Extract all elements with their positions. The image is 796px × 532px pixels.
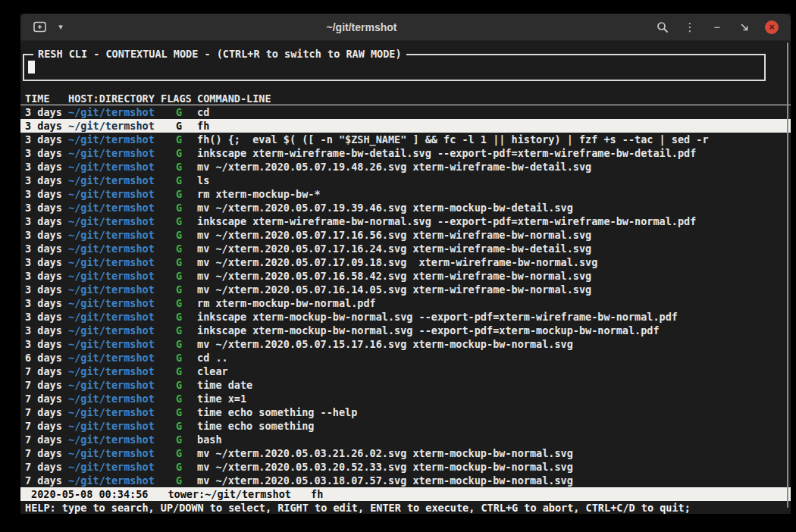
row-flags: G (161, 133, 197, 146)
history-row[interactable]: 3 days~/git/termshotGfh() {; eval $( ([ … (20, 133, 791, 146)
chevron-down-icon: ▾ (58, 22, 63, 32)
history-row[interactable]: 3 days~/git/termshotGcd (20, 105, 791, 119)
row-command: cd (197, 105, 791, 119)
row-time: 3 days (25, 228, 68, 242)
row-flags: G (161, 296, 197, 310)
row-flags: G (161, 378, 197, 392)
history-row[interactable]: 3 days~/git/termshotGmv ~/xterm.2020.05.… (20, 160, 791, 174)
row-host-directory: ~/git/termshot (68, 378, 161, 392)
status-host-path: tower:~/git/termshot (168, 487, 291, 501)
history-row[interactable]: 7 days~/git/termshotGtime echo something… (20, 405, 791, 419)
history-row[interactable]: 7 days~/git/termshotGtime x=1 (20, 392, 791, 405)
row-host-directory: ~/git/termshot (68, 133, 161, 146)
row-host-directory: ~/git/termshot (68, 474, 161, 487)
history-row[interactable]: 3 days~/git/termshotGmv ~/xterm.2020.05.… (20, 283, 791, 296)
history-row[interactable]: 3 days~/git/termshotGmv ~/xterm.2020.05.… (20, 228, 791, 242)
row-time: 3 days (25, 133, 68, 146)
history-row[interactable]: 3 days~/git/termshotGinkscape xterm-wire… (20, 214, 791, 228)
row-flags: G (161, 337, 197, 351)
row-flags: G (161, 433, 197, 446)
row-time: 7 days (25, 365, 68, 378)
status-date: 2020-05-08 00:34:56 (31, 487, 148, 501)
history-row[interactable]: 3 days~/git/termshotGinkscape xterm-mock… (20, 310, 791, 324)
history-row[interactable]: 3 days~/git/termshotGrm xterm-mockup-bw-… (20, 187, 791, 201)
window-title: ~/git/termshot (71, 21, 653, 33)
row-command: inkscape xterm-wireframe-bw-normal.svg -… (197, 214, 791, 228)
row-time: 3 days (25, 160, 68, 174)
row-host-directory: ~/git/termshot (68, 460, 161, 474)
row-time: 3 days (25, 214, 68, 228)
row-command: mv ~/xterm.2020.05.07.16.14.05.svg xterm… (197, 283, 791, 296)
row-command: ls (197, 174, 791, 187)
history-row[interactable]: 3 days~/git/termshotGfh (20, 119, 791, 133)
history-row[interactable]: 7 days~/git/termshotGmv ~/xterm.2020.05.… (20, 460, 791, 474)
row-flags: G (161, 405, 197, 419)
row-host-directory: ~/git/termshot (68, 160, 161, 174)
status-bar: 2020-05-08 00:34:56 tower:~/git/termshot… (20, 487, 791, 501)
tab-menu-button[interactable]: ▾ (51, 17, 71, 37)
header-flags: FLAGS (161, 92, 197, 105)
minimize-icon: − (714, 21, 721, 33)
kebab-menu-icon: ⋮ (685, 21, 696, 33)
history-row[interactable]: 3 days~/git/termshotGmv ~/xterm.2020.05.… (20, 201, 791, 214)
row-time: 7 days (25, 446, 68, 460)
row-time: 3 days (25, 105, 68, 119)
history-row[interactable]: 3 days~/git/termshotGinkscape xterm-wire… (20, 146, 791, 160)
row-host-directory: ~/git/termshot (68, 174, 161, 187)
row-command: mv ~/xterm.2020.05.03.21.26.02.svg xterm… (197, 446, 791, 460)
row-host-directory: ~/git/termshot (68, 187, 161, 201)
row-flags: G (161, 174, 197, 187)
history-row[interactable]: 7 days~/git/termshotGclear (20, 365, 791, 378)
row-flags: G (161, 365, 197, 378)
row-command: time date (197, 378, 791, 392)
scrollbar[interactable] (787, 42, 788, 508)
row-host-directory: ~/git/termshot (68, 228, 161, 242)
row-command: cd .. (197, 351, 791, 365)
row-host-directory: ~/git/termshot (68, 146, 161, 160)
row-flags: G (161, 474, 197, 487)
row-time: 3 days (25, 146, 68, 160)
history-row[interactable]: 3 days~/git/termshotGmv ~/xterm.2020.05.… (20, 242, 791, 255)
row-command: inkscape xterm-mockup-bw-normal.svg --ex… (197, 324, 791, 337)
history-row[interactable]: 3 days~/git/termshotGls (20, 174, 791, 187)
row-host-directory: ~/git/termshot (68, 242, 161, 255)
search-input[interactable]: RESH CLI - CONTEXTUAL MODE - (CTRL+R to … (23, 54, 766, 81)
row-flags: G (161, 187, 197, 201)
row-command: fh (197, 119, 791, 133)
row-command: clear (197, 365, 791, 378)
history-row[interactable]: 3 days~/git/termshotGmv ~/xterm.2020.05.… (20, 337, 791, 351)
row-flags: G (161, 419, 197, 433)
row-host-directory: ~/git/termshot (68, 446, 161, 460)
close-button[interactable]: × (762, 17, 782, 37)
history-row[interactable]: 7 days~/git/termshotGbash (20, 433, 791, 446)
minimize-button[interactable]: − (707, 17, 727, 37)
history-row[interactable]: 7 days~/git/termshotGmv ~/xterm.2020.05.… (20, 474, 791, 487)
history-row[interactable]: 3 days~/git/termshotGrm xterm-mockup-bw-… (20, 296, 791, 310)
row-host-directory: ~/git/termshot (68, 405, 161, 419)
row-flags: G (161, 269, 197, 283)
history-row[interactable]: 3 days~/git/termshotGmv ~/xterm.2020.05.… (20, 269, 791, 283)
row-flags: G (161, 255, 197, 269)
history-row[interactable]: 7 days~/git/termshotGmv ~/xterm.2020.05.… (20, 446, 791, 460)
close-icon: × (765, 20, 779, 34)
history-row[interactable]: 3 days~/git/termshotGmv ~/xterm.2020.05.… (20, 255, 791, 269)
search-button[interactable] (653, 17, 672, 37)
searchbox-legend: RESH CLI - CONTEXTUAL MODE - (CTRL+R to … (33, 48, 406, 60)
row-command: mv ~/xterm.2020.05.07.19.48.26.svg xterm… (197, 160, 791, 174)
history-row[interactable]: 7 days~/git/termshotGtime date (20, 378, 791, 392)
row-flags: G (161, 310, 197, 324)
new-tab-button[interactable] (30, 17, 49, 37)
history-row[interactable]: 6 days~/git/termshotGcd .. (20, 351, 791, 365)
row-flags: G (161, 460, 197, 474)
row-host-directory: ~/git/termshot (68, 296, 161, 310)
restore-button[interactable] (735, 17, 754, 37)
history-row[interactable]: 3 days~/git/termshotGinkscape xterm-mock… (20, 324, 791, 337)
row-command: mv ~/xterm.2020.05.07.17.16.24.svg xterm… (197, 242, 791, 255)
row-flags: G (161, 146, 197, 160)
history-row[interactable]: 7 days~/git/termshotGtime echo something (20, 419, 791, 433)
row-host-directory: ~/git/termshot (68, 214, 161, 228)
menu-button[interactable]: ⋮ (680, 17, 700, 37)
row-time: 3 days (25, 187, 68, 201)
restore-icon (739, 22, 750, 33)
row-time: 3 days (25, 269, 68, 283)
